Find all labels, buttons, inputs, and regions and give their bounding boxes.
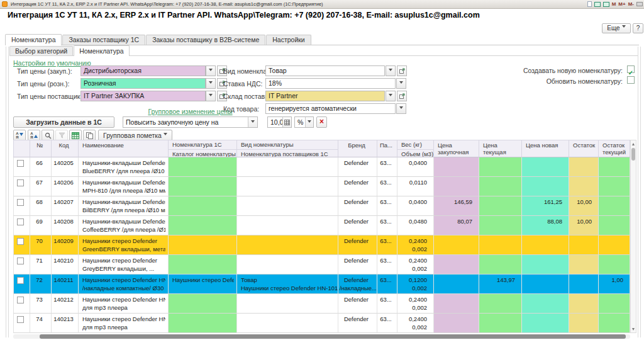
table-row[interactable]: 73140212Наушники стерео Defender HN-713д… (13, 294, 630, 314)
row-checkbox[interactable] (17, 277, 24, 284)
defaults-section-link[interactable]: Настройки по умолчанию (13, 59, 91, 67)
nomenclature-kind-field[interactable]: Товар (265, 65, 385, 76)
horizontal-scrollbar[interactable] (13, 334, 630, 339)
row-checkbox[interactable] (17, 297, 24, 303)
product-code-dropdown-button[interactable] (396, 103, 406, 114)
print-icon[interactable] (636, 2, 643, 6)
cell-pn (522, 157, 569, 177)
vat-rate-field[interactable]: 18% (265, 78, 396, 89)
dropdown-button[interactable] (305, 117, 313, 127)
tab-zakazy-postavshchiku-1c[interactable]: Заказы поставщику 1С (62, 35, 145, 45)
memory-m-minus-button[interactable]: M- (628, 1, 634, 8)
nomenclature-kind-dropdown-button[interactable] (386, 65, 396, 76)
tab-nastroyki[interactable]: Настройки (266, 35, 311, 45)
table-row[interactable]: 68140207Наушники-вкладыши DefenderBilBER… (13, 196, 630, 216)
more-button-label: Еще (607, 25, 619, 31)
supplier-warehouse-field[interactable]: IT Partner (265, 91, 385, 101)
memory-m-button[interactable]: M (612, 1, 616, 8)
scroll-up-button[interactable] (631, 140, 636, 146)
vertical-scroll-thumb[interactable] (631, 148, 635, 161)
memory-m-plus-button[interactable]: M+ (618, 1, 625, 8)
table-row[interactable]: 69140208Наушники-вкладыши DefenderCoffee… (13, 216, 630, 235)
column-header-sel[interactable] (13, 140, 30, 157)
cell-nom1c (169, 196, 237, 216)
calculator-button[interactable] (282, 117, 291, 127)
horizontal-scroll-thumb[interactable] (40, 334, 626, 339)
group-price-change-link[interactable]: Групповое изменение цены (123, 108, 258, 115)
table-row[interactable]: 71140210Наушники стерео DefenderGreyBERR… (13, 255, 630, 275)
vertical-scrollbar[interactable] (630, 140, 636, 333)
column-header-pp[interactable]: Цена закупочная (руб.) (434, 140, 479, 157)
table-row[interactable]: 70140209Наушники стерео DefenderGreenBER… (13, 235, 630, 255)
row-checkbox[interactable] (17, 218, 24, 225)
cell-pn (522, 314, 569, 333)
chevron-down-icon (389, 69, 392, 73)
tab-zakazy-b2b[interactable]: Заказы поставщику в B2B-системе (146, 35, 265, 45)
column-header-code[interactable]: Код (52, 140, 79, 157)
row-checkbox[interactable] (17, 238, 24, 245)
column-header-st[interactable]: Остаток (569, 140, 599, 157)
cell-code: 140205 (52, 157, 79, 177)
cell-pa: 63... (377, 177, 397, 196)
create-new-checkbox[interactable]: ✓ (627, 65, 635, 73)
supplier-warehouse-open-button[interactable] (397, 91, 407, 101)
column-header-name[interactable]: Наименование (79, 140, 169, 157)
price-action-select[interactable]: Повысить закупочную цену на (123, 116, 258, 128)
row-checkbox[interactable] (17, 179, 24, 186)
price-type-purchase-dropdown-button[interactable] (206, 65, 216, 76)
column-header-pn[interactable]: Цена новая (522, 140, 569, 157)
vat-rate-dropdown-button[interactable] (396, 78, 406, 89)
cell-code: 140208 (52, 216, 79, 235)
supplier-warehouse-dropdown-button[interactable] (386, 91, 396, 101)
document-icon[interactable] (587, 1, 592, 7)
column-header-brand[interactable]: Бренд (338, 140, 377, 157)
update-checkbox[interactable] (627, 76, 635, 84)
table-row[interactable]: 66140205Наушники-вкладыши DefenderBlueBE… (13, 157, 630, 177)
column-header-pc[interactable]: Цена текущая (руб.) (479, 140, 522, 157)
cell-nom1c (169, 294, 237, 314)
price-amount-input[interactable]: 10,00 (267, 116, 292, 128)
column-header-wv[interactable]: Вес (кг)Объем (м3) (397, 140, 434, 157)
column-header-vid[interactable]: Вид номенклатурыНоменклатура поставщиков… (237, 140, 338, 157)
row-checkbox[interactable] (17, 199, 24, 206)
more-button[interactable]: Еще (602, 23, 631, 33)
cell-sel (13, 157, 30, 177)
cell-code: 140209 (52, 235, 79, 255)
subtab-vybor-kategoriy[interactable]: Выбор категорий (9, 46, 73, 55)
tab-nomenklatura[interactable]: Номенклатура (5, 34, 62, 45)
column-header-nom1c[interactable]: Номенклатура 1СКаталог номенклатуры 1С (169, 140, 237, 157)
cell-st (569, 235, 599, 255)
row-checkbox[interactable] (17, 160, 24, 167)
window-icon[interactable] (594, 2, 601, 7)
product-code-field[interactable]: генерируется автоматически (265, 103, 396, 114)
cell-wv: 0,24000,002 (397, 294, 434, 314)
percent-unit-select[interactable]: % (294, 116, 314, 128)
row-checkbox[interactable] (17, 258, 24, 264)
cell-brand: Defender (338, 216, 377, 235)
row-checkbox[interactable] (17, 316, 24, 323)
cell-stc (599, 196, 630, 216)
scroll-down-button[interactable] (631, 327, 636, 332)
price-type-retail-dropdown-button[interactable] (206, 78, 216, 89)
clear-button[interactable]: × (316, 116, 327, 128)
column-header-stc[interactable]: Остаток текущий (599, 140, 630, 157)
column-header-pa[interactable]: Па... (377, 140, 397, 157)
load-data-button[interactable]: Загрузить данные в 1С (13, 116, 114, 128)
help-button[interactable]: ? (633, 23, 643, 33)
table-row[interactable]: 67140206Наушники-вкладыши Defender Bravo… (13, 177, 630, 196)
supplier-price-type-dropdown-button[interactable] (206, 91, 216, 101)
supplier-price-type-field[interactable]: IT Partner ЗАКУПКА (80, 91, 206, 101)
table-row[interactable]: 72140211Наушники стерео Defender HN-101/… (13, 275, 630, 294)
price-type-retail-field[interactable]: Розничная (80, 78, 206, 89)
percent-unit-value: % (295, 118, 305, 126)
nomenclature-kind-open-button[interactable] (397, 65, 407, 76)
cell-nom1c (169, 314, 237, 333)
table-row[interactable]: 74140213Наушники стерео Defender HN-715д… (13, 314, 630, 333)
chevron-down-icon (389, 94, 392, 98)
price-type-purchase-field[interactable]: Дистрибьюторская (80, 65, 206, 76)
subtab-nomenklatura[interactable]: Номенклатура (74, 45, 129, 56)
dropdown-button[interactable] (248, 117, 257, 127)
windows-icon[interactable] (603, 2, 609, 7)
column-header-num[interactable]: № (30, 140, 52, 157)
cell-brand: Defender (338, 177, 377, 196)
